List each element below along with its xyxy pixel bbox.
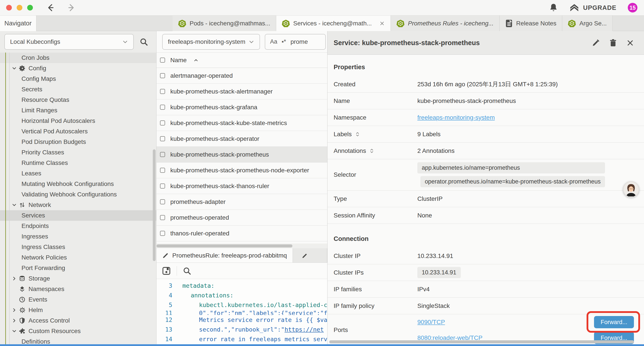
editor-search-icon[interactable] [182, 267, 191, 275]
save-icon[interactable] [162, 266, 171, 276]
delete-icon[interactable] [609, 39, 617, 47]
close-window-icon[interactable] [6, 5, 12, 10]
sidebar-item-services[interactable]: Services [0, 210, 156, 221]
sidebar-item-validating-webhook-configurations[interactable]: Validating Webhook Configurations [0, 189, 156, 200]
sort-toggle-icon[interactable] [355, 131, 360, 137]
table-row[interactable]: prometheus-operated [156, 210, 327, 226]
sidebar-item-endpoints[interactable]: Endpoints [0, 221, 156, 231]
sidebar-item-pod-disruption-budgets[interactable]: Pod Disruption Budgets [0, 137, 156, 147]
assistant-avatar[interactable] [623, 181, 639, 198]
sidebar-item-network-policies[interactable]: Network Policies [0, 252, 156, 263]
table-horizontal-scrollbar[interactable] [156, 244, 327, 248]
sidebar-item-limit-ranges[interactable]: Limit Ranges [0, 105, 156, 116]
row-checkbox[interactable] [160, 184, 165, 189]
chevron-right-icon[interactable] [12, 276, 19, 281]
table-row[interactable]: kube-prometheus-stack-kube-state-metrics [156, 115, 327, 131]
chevron-down-icon[interactable] [12, 202, 19, 208]
table-row[interactable]: kube-prometheus-stack-prometheus-node-ex… [156, 162, 327, 178]
tab-5[interactable]: Argo Se... [562, 15, 613, 31]
sidebar-item-custom-resources[interactable]: Custom Resources [0, 326, 156, 336]
filter-input[interactable]: Aa ▪* prome [265, 34, 326, 50]
sort-asc-icon[interactable] [193, 58, 198, 63]
sidebar-item-leases[interactable]: Leases [0, 168, 156, 179]
sidebar-item-access-control[interactable]: Access Control [0, 315, 156, 326]
port-link[interactable]: 9090/TCP [417, 319, 445, 326]
tab-close-icon[interactable] [379, 20, 385, 26]
table-row[interactable]: kube-prometheus-stack-prometheus [156, 147, 327, 162]
row-checkbox[interactable] [160, 136, 165, 141]
table-row[interactable]: kube-prometheus-stack-alertmanager [156, 84, 327, 99]
sidebar-item-cron-jobs[interactable]: Cron Jobs [0, 52, 156, 63]
select-all-checkbox[interactable] [160, 58, 165, 63]
table-row[interactable]: prometheus-adapter [156, 194, 327, 210]
chevron-down-icon[interactable] [12, 328, 19, 334]
close-icon[interactable] [626, 39, 634, 47]
sidebar-item-network[interactable]: Network [0, 200, 156, 210]
row-checkbox[interactable] [160, 73, 165, 78]
sidebar-item-helm[interactable]: Helm [0, 305, 156, 315]
minimize-window-icon[interactable] [17, 5, 22, 10]
tab-3[interactable]: Prometheus Rules - icecheng... [391, 15, 500, 31]
sidebar-item-config-maps[interactable]: Config Maps [0, 74, 156, 84]
forward-button[interactable]: Forward... [594, 316, 634, 328]
sidebar-item-storage[interactable]: Storage [0, 273, 156, 284]
chevron-down-icon[interactable] [12, 65, 19, 71]
sort-toggle-icon[interactable] [369, 148, 374, 154]
row-checkbox[interactable] [160, 120, 165, 125]
upgrade-button[interactable]: UPGRADE [570, 3, 616, 12]
row-checkbox[interactable] [160, 89, 165, 94]
notification-count-badge[interactable]: 15 [628, 3, 638, 12]
regex-icon[interactable]: ▪* [282, 38, 286, 45]
drawer-horizontal-scrollbar[interactable] [328, 340, 644, 344]
row-checkbox[interactable] [160, 199, 165, 204]
sidebar-item-port-forwarding[interactable]: Port Forwarding [0, 263, 156, 273]
kubeconfig-selector[interactable]: Local Kubeconfigs [4, 34, 134, 50]
maximize-window-icon[interactable] [27, 5, 33, 10]
tab-2[interactable]: Services - icecheng@math... [276, 15, 391, 31]
chevron-right-icon[interactable] [12, 318, 19, 324]
tab-4[interactable]: Release Notes [500, 15, 562, 31]
property-label: Ports [328, 327, 417, 334]
table-row[interactable]: kube-prometheus-stack-grafana [156, 99, 327, 115]
sidebar-item-ingresses[interactable]: Ingresses [0, 231, 156, 242]
bell-icon[interactable] [549, 3, 558, 12]
sidebar-item-secrets[interactable]: Secrets [0, 84, 156, 95]
sidebar-item-priority-classes[interactable]: Priority Classes [0, 147, 156, 158]
sidebar-item-namespaces[interactable]: Namespaces [0, 284, 156, 294]
forward-arrow-icon[interactable] [67, 3, 76, 12]
sidebar-item-resource-quotas[interactable]: Resource Quotas [0, 95, 156, 105]
namespace-link[interactable]: freeleaps-monitoring-system [417, 114, 495, 121]
search-icon[interactable] [140, 37, 148, 46]
table-row[interactable]: alertmanager-operated [156, 68, 327, 84]
sidebar-item-vertical-pod-autoscalers[interactable]: Vertical Pod Autoscalers [0, 126, 156, 137]
row-checkbox[interactable] [160, 168, 165, 173]
line-number: 3 [156, 282, 172, 289]
chevron-right-icon[interactable] [12, 307, 19, 313]
row-checkbox[interactable] [160, 152, 165, 157]
sidebar-item-mutating-webhook-configurations[interactable]: Mutating Webhook Configurations [0, 179, 156, 189]
name-column-header[interactable]: Name [170, 57, 187, 64]
sidebar-item-label: Storage [28, 275, 50, 282]
edit-icon[interactable] [592, 39, 600, 47]
sidebar-item-runtime-classes[interactable]: Runtime Classes [0, 158, 156, 168]
editor-tab[interactable]: PrometheusRule: freeleaps-prod-rabbitmq [156, 248, 293, 263]
back-arrow-icon[interactable] [46, 3, 55, 12]
row-checkbox[interactable] [160, 105, 165, 110]
sidebar-item-config[interactable]: Config [0, 63, 156, 74]
yaml-editor[interactable]: 3metadata:4annotations:5kubectl.kubernet… [156, 279, 327, 346]
editor-tab-partial[interactable] [293, 248, 327, 263]
sidebar-scrollbar[interactable] [153, 149, 156, 261]
row-checkbox[interactable] [160, 231, 165, 236]
namespace-selector[interactable]: freeleaps-monitoring-system [162, 34, 260, 50]
navigator-pane-tab[interactable]: Navigator [0, 15, 36, 31]
table-row[interactable]: kube-prometheus-stack-operator [156, 131, 327, 147]
tab-1[interactable]: Pods - icecheng@mathmas... [172, 15, 276, 31]
table-row[interactable]: thanos-ruler-operated [156, 226, 327, 241]
sidebar-item-events[interactable]: Events [0, 294, 156, 305]
sidebar-item-ingress-classes[interactable]: Ingress Classes [0, 242, 156, 252]
row-checkbox[interactable] [160, 215, 165, 220]
sidebar-item-horizontal-pod-autoscalers[interactable]: Horizontal Pod Autoscalers [0, 116, 156, 126]
match-case-icon[interactable]: Aa [270, 38, 277, 45]
sidebar-item-label: Events [28, 296, 47, 303]
table-row[interactable]: kube-prometheus-stack-thanos-ruler [156, 178, 327, 194]
